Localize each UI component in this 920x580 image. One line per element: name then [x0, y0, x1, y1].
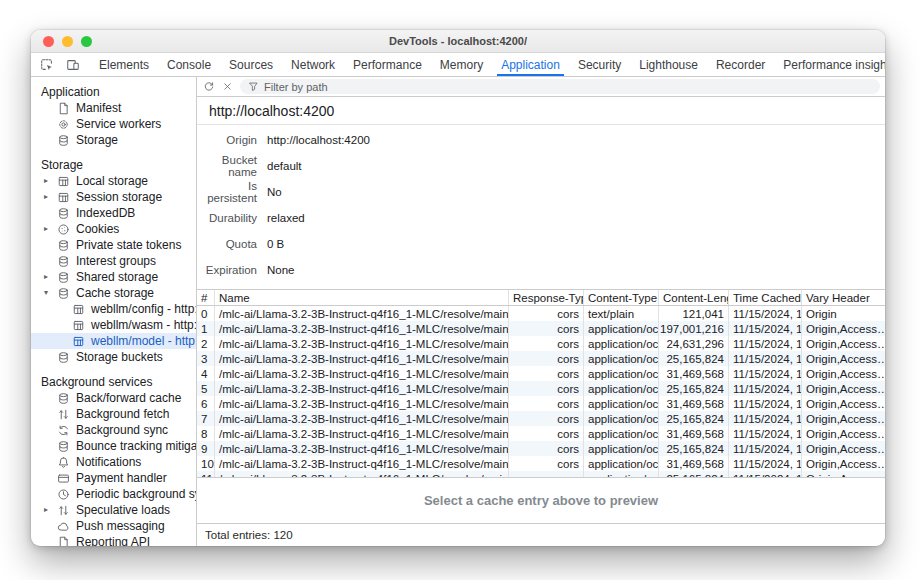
column-header-response-type[interactable]: Response-Type: [508, 290, 583, 305]
sidebar-section-title: Background services: [31, 373, 196, 390]
sidebar-item-indexeddb[interactable]: IndexedDB: [31, 205, 196, 221]
chevron-right-icon[interactable]: ▸: [44, 192, 48, 201]
database-icon: [57, 255, 70, 268]
tab-label: Security: [578, 58, 621, 72]
cell: 11/15/2024, 10…: [728, 381, 801, 396]
sidebar-item-reporting-api[interactable]: Reporting API: [31, 534, 196, 546]
sidebar-item-periodic-background-sync[interactable]: Periodic background sync: [31, 486, 196, 502]
sidebar-item-background-sync[interactable]: Background sync: [31, 422, 196, 438]
metadata-value: relaxed: [267, 212, 305, 224]
sidebar-item-webllm-model-http-loc[interactable]: webllm/model - http://loc…: [31, 333, 196, 349]
tab-performance[interactable]: Performance: [344, 53, 431, 76]
cell: 11/15/2024, 10…: [728, 306, 801, 321]
sidebar-item-label: Private state tokens: [76, 238, 181, 252]
cell: 2: [197, 336, 214, 351]
sidebar-item-cache-storage[interactable]: ▾Cache storage: [31, 285, 196, 301]
sidebar-item-storage-buckets[interactable]: Storage buckets: [31, 349, 196, 365]
sidebar-item-interest-groups[interactable]: Interest groups: [31, 253, 196, 269]
cache-entry-row[interactable]: 11/mlc-ai/Llama-3.2-3B-Instruct-q4f16_1-…: [197, 471, 885, 478]
column-header-content-length[interactable]: Content-Length: [658, 290, 728, 305]
cell: 4: [197, 366, 214, 381]
window-title: DevTools - localhost:4200/: [31, 35, 885, 47]
database-icon: [57, 239, 70, 252]
delete-selected-icon[interactable]: [222, 81, 233, 92]
device-toolbar-icon[interactable]: [60, 53, 86, 76]
chevron-down-icon[interactable]: ▾: [44, 288, 48, 297]
sidebar-item-back-forward-cache[interactable]: Back/forward cache: [31, 390, 196, 406]
chevron-right-icon[interactable]: ▸: [44, 224, 48, 233]
sidebar-item-manifest[interactable]: Manifest: [31, 100, 196, 116]
cell: 11/15/2024, 10…: [728, 456, 801, 471]
cell: application/oc…: [583, 441, 658, 456]
metadata-row: Is persistentNo: [197, 179, 885, 205]
cache-entry-row[interactable]: 4/mlc-ai/Llama-3.2-3B-Instruct-q4f16_1-M…: [197, 366, 885, 381]
column-header-content-type[interactable]: Content-Type: [583, 290, 658, 305]
sidebar-item-push-messaging[interactable]: Push messaging: [31, 518, 196, 534]
cell: 11/15/2024, 10…: [728, 336, 801, 351]
sidebar-item-label: Manifest: [76, 101, 121, 115]
database-icon: [57, 440, 70, 453]
metadata-value: 0 B: [267, 238, 284, 250]
sidebar-item-bounce-tracking-mitigations[interactable]: Bounce tracking mitigations: [31, 438, 196, 454]
sidebar-item-background-fetch[interactable]: Background fetch: [31, 406, 196, 422]
metadata-label: Is persistent: [197, 180, 257, 204]
sidebar-item-webllm-wasm-http-loca[interactable]: webllm/wasm - http://loca…: [31, 317, 196, 333]
inspect-element-icon[interactable]: [34, 53, 60, 76]
cache-entry-row[interactable]: 3/mlc-ai/Llama-3.2-3B-Instruct-q4f16_1-M…: [197, 351, 885, 366]
sidebar-item-session-storage[interactable]: ▸Session storage: [31, 189, 196, 205]
cell: cors: [508, 441, 583, 456]
tab-sources[interactable]: Sources: [220, 53, 282, 76]
chevron-right-icon[interactable]: ▸: [44, 505, 48, 514]
column-header--[interactable]: #: [197, 290, 214, 305]
sidebar-item-label: IndexedDB: [76, 206, 135, 220]
tab-performance-insights[interactable]: Performance insights: [774, 53, 885, 76]
tab-label: Network: [291, 58, 335, 72]
cache-entry-row[interactable]: 2/mlc-ai/Llama-3.2-3B-Instruct-q4f16_1-M…: [197, 336, 885, 351]
cell: Origin,Access…: [801, 441, 885, 456]
column-header-time-cached[interactable]: Time Cached: [728, 290, 801, 305]
sidebar-item-payment-handler[interactable]: Payment handler: [31, 470, 196, 486]
cache-entry-row[interactable]: 5/mlc-ai/Llama-3.2-3B-Instruct-q4f16_1-M…: [197, 381, 885, 396]
tab-memory[interactable]: Memory: [431, 53, 492, 76]
sidebar-item-cookies[interactable]: ▸Cookies: [31, 221, 196, 237]
tab-elements[interactable]: Elements: [90, 53, 158, 76]
sidebar-item-shared-storage[interactable]: ▸Shared storage: [31, 269, 196, 285]
tab-lighthouse[interactable]: Lighthouse: [630, 53, 707, 76]
document-icon: [57, 536, 70, 547]
sidebar-item-service-workers[interactable]: Service workers: [31, 116, 196, 132]
sidebar-item-label: Back/forward cache: [76, 391, 181, 405]
cell: 25,165,824: [658, 441, 728, 456]
sidebar-item-storage[interactable]: Storage: [31, 132, 196, 148]
tab-recorder[interactable]: Recorder: [707, 53, 774, 76]
sidebar-item-private-state-tokens[interactable]: Private state tokens: [31, 237, 196, 253]
tab-network[interactable]: Network: [282, 53, 344, 76]
cache-entry-row[interactable]: 8/mlc-ai/Llama-3.2-3B-Instruct-q4f16_1-M…: [197, 426, 885, 441]
tab-console[interactable]: Console: [158, 53, 220, 76]
chevron-right-icon[interactable]: ▸: [44, 272, 48, 281]
sidebar-item-label: webllm/config - http://loc…: [91, 302, 196, 316]
refresh-icon[interactable]: [203, 81, 215, 93]
tab-label: Recorder: [716, 58, 765, 72]
sidebar-section: ApplicationManifestService workersStorag…: [31, 83, 196, 148]
sidebar-item-local-storage[interactable]: ▸Local storage: [31, 173, 196, 189]
database-icon: [57, 134, 70, 147]
cache-entry-row[interactable]: 6/mlc-ai/Llama-3.2-3B-Instruct-q4f16_1-M…: [197, 396, 885, 411]
cell: /mlc-ai/Llama-3.2-3B-Instruct-q4f16_1-ML…: [214, 336, 508, 351]
cell: application/oc…: [583, 456, 658, 471]
sidebar-item-notifications[interactable]: Notifications: [31, 454, 196, 470]
cache-entry-row[interactable]: 9/mlc-ai/Llama-3.2-3B-Instruct-q4f16_1-M…: [197, 441, 885, 456]
cache-entry-row[interactable]: 0/mlc-ai/Llama-3.2-3B-Instruct-q4f16_1-M…: [197, 306, 885, 321]
cache-entry-row[interactable]: 10/mlc-ai/Llama-3.2-3B-Instruct-q4f16_1-…: [197, 456, 885, 471]
tab-application[interactable]: Application: [492, 53, 569, 76]
column-header-name[interactable]: Name: [214, 290, 508, 305]
filter-input[interactable]: Filter by path: [240, 79, 880, 94]
tab-security[interactable]: Security: [569, 53, 630, 76]
database-icon: [57, 392, 70, 405]
sidebar-item-webllm-config-http-loc[interactable]: webllm/config - http://loc…: [31, 301, 196, 317]
cell: 11/15/2024, 10…: [728, 426, 801, 441]
cache-entry-row[interactable]: 1/mlc-ai/Llama-3.2-3B-Instruct-q4f16_1-M…: [197, 321, 885, 336]
chevron-right-icon[interactable]: ▸: [44, 176, 48, 185]
column-header-vary-header[interactable]: Vary Header: [801, 290, 885, 305]
cache-entry-row[interactable]: 7/mlc-ai/Llama-3.2-3B-Instruct-q4f16_1-M…: [197, 411, 885, 426]
sidebar-item-speculative-loads[interactable]: ▸Speculative loads: [31, 502, 196, 518]
